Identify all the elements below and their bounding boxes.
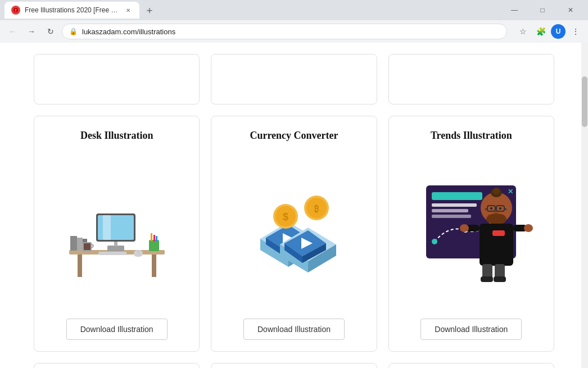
svg-rect-3 xyxy=(78,255,82,277)
partial-card-3 xyxy=(388,54,554,105)
bottom-partial-row xyxy=(34,363,554,368)
refresh-button[interactable]: ↻ xyxy=(43,24,58,39)
cards-row: Desk Illustration xyxy=(34,116,554,352)
tab-favicon: f xyxy=(11,6,20,15)
svg-rect-65 xyxy=(480,224,513,266)
trends-download-button[interactable]: Download Illustration xyxy=(420,319,522,340)
menu-button[interactable]: ⋮ xyxy=(568,24,584,39)
url-text: lukaszadam.com/illustrations xyxy=(82,28,500,36)
svg-rect-73 xyxy=(481,276,493,282)
svg-rect-12 xyxy=(103,215,111,240)
svg-rect-66 xyxy=(492,230,505,236)
svg-rect-8 xyxy=(107,246,124,251)
svg-point-69 xyxy=(460,224,469,232)
title-bar: f Free Illustrations 2020 [Free SVG ... … xyxy=(0,0,588,20)
currency-card-title: Currency Converter xyxy=(250,130,338,142)
svg-rect-18 xyxy=(153,235,155,241)
new-tab-button[interactable]: ＋ xyxy=(142,2,157,18)
svg-rect-4 xyxy=(152,255,156,277)
svg-rect-45 xyxy=(432,209,468,212)
browser-chrome: f Free Illustrations 2020 [Free SVG ... … xyxy=(0,0,588,43)
currency-illustration: $ ₿ xyxy=(223,151,365,310)
trends-card-title: Trends Illustration xyxy=(431,130,512,142)
lock-icon: 🔒 xyxy=(69,28,78,35)
trends-illustration-card: Trends Illustration ✕ xyxy=(388,116,554,352)
trends-illustration: ✕ xyxy=(400,151,542,310)
address-bar-row: ← → ↻ 🔒 lukaszadam.com/illustrations ☆ 🧩… xyxy=(0,20,588,43)
forward-button[interactable]: → xyxy=(24,24,39,39)
scrollbar-thumb[interactable] xyxy=(582,76,587,127)
svg-point-61 xyxy=(499,207,501,210)
svg-rect-44 xyxy=(432,203,477,207)
svg-text:✕: ✕ xyxy=(508,188,513,196)
extensions-button[interactable]: 🧩 xyxy=(533,24,549,39)
svg-rect-74 xyxy=(494,276,506,282)
svg-rect-6 xyxy=(77,238,83,251)
address-bar[interactable]: 🔒 lukaszadam.com/illustrations xyxy=(62,24,507,39)
svg-rect-16 xyxy=(149,240,159,251)
tab-title: Free Illustrations 2020 [Free SVG ... xyxy=(25,6,119,14)
bookmark-button[interactable]: ☆ xyxy=(515,24,531,39)
top-partial-row xyxy=(34,54,554,105)
address-bar-actions: ☆ 🧩 U ⋮ xyxy=(515,24,584,39)
bottom-partial-card-1 xyxy=(34,363,200,368)
svg-rect-21 xyxy=(84,243,91,250)
svg-text:$: $ xyxy=(283,211,288,222)
scrollbar-track[interactable] xyxy=(581,43,588,368)
page-content: Desk Illustration xyxy=(0,43,588,368)
svg-point-54 xyxy=(493,188,500,194)
desk-illustration xyxy=(46,151,188,310)
partial-card-1 xyxy=(34,54,200,105)
desk-card-title: Desk Illustration xyxy=(80,130,153,142)
profile-avatar[interactable]: U xyxy=(551,24,566,39)
currency-download-button[interactable]: Download Illustration xyxy=(243,319,345,340)
svg-point-60 xyxy=(490,207,492,210)
desk-download-button[interactable]: Download Illustration xyxy=(66,319,168,340)
bottom-partial-card-3 xyxy=(388,363,554,368)
svg-point-70 xyxy=(524,224,533,232)
svg-rect-17 xyxy=(151,233,152,241)
svg-point-48 xyxy=(432,239,437,244)
currency-illustration-card: Currency Converter xyxy=(211,116,377,352)
partial-card-2 xyxy=(211,54,377,105)
browser-tab[interactable]: f Free Illustrations 2020 [Free SVG ... … xyxy=(4,2,139,19)
back-button[interactable]: ← xyxy=(4,24,20,39)
close-button[interactable]: ✕ xyxy=(558,2,584,19)
svg-rect-19 xyxy=(156,236,157,241)
maximize-button[interactable]: □ xyxy=(530,2,555,19)
bottom-partial-card-2 xyxy=(211,363,377,368)
svg-rect-46 xyxy=(432,215,471,218)
svg-rect-13 xyxy=(98,252,126,255)
svg-point-62 xyxy=(494,211,497,213)
svg-text:₿: ₿ xyxy=(314,204,319,213)
window-controls: — □ ✕ xyxy=(501,2,584,19)
tab-close-button[interactable]: ✕ xyxy=(124,6,133,15)
illustrations-area: Desk Illustration xyxy=(0,43,588,368)
desk-illustration-card: Desk Illustration xyxy=(34,116,200,352)
svg-text:f: f xyxy=(15,8,16,12)
svg-rect-5 xyxy=(70,236,77,251)
svg-rect-64 xyxy=(488,215,505,221)
svg-rect-43 xyxy=(432,192,482,200)
minimize-button[interactable]: — xyxy=(501,2,527,19)
